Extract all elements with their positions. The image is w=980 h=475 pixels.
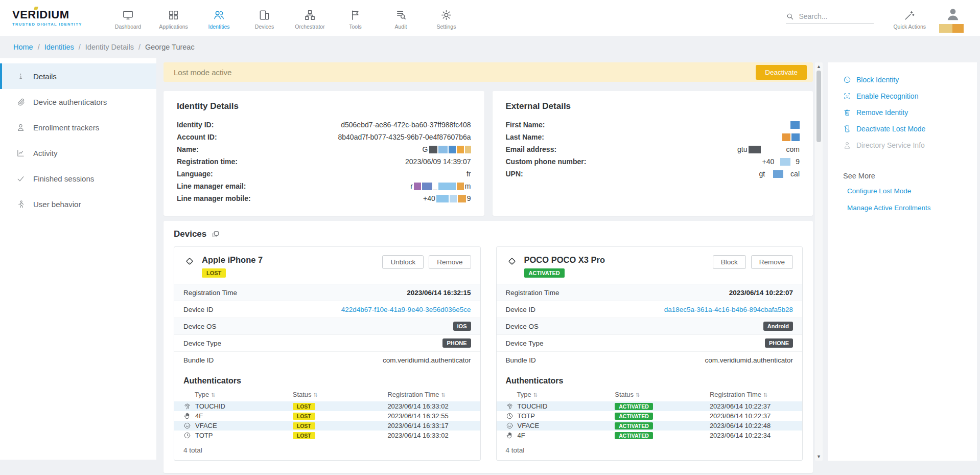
field-row: Line manager mobile: +409 — [177, 192, 471, 205]
copy-icon[interactable] — [212, 230, 220, 238]
user-avatar[interactable] — [945, 6, 966, 31]
clock-icon — [183, 432, 191, 439]
unblock-button[interactable]: Unblock — [382, 255, 424, 269]
deactivate-lost-mode-action[interactable]: Deactivate Lost Mode — [828, 121, 977, 137]
hand-icon — [183, 412, 191, 420]
person-outline-icon — [16, 123, 25, 132]
device-card-apple-iphone-7: Apple iPhone 7 LOST Unblock Remove Regis… — [174, 246, 481, 461]
nav-item-audit[interactable]: Audit — [378, 6, 424, 30]
email-address-redacted: gtucom — [737, 145, 800, 153]
device-header: POCO POCO X3 Pro ACTIVATED Block Remove — [497, 253, 803, 278]
auth-time: 2023/06/14 16:33:17 — [387, 422, 471, 429]
sidebar-item-device-authenticators[interactable]: Device authenticators — [0, 89, 156, 115]
deactivate-button[interactable]: Deactivate — [756, 65, 807, 80]
block-button[interactable]: Block — [713, 255, 746, 269]
field-row: Registration time: 2023/06/09 14:39:07 — [177, 155, 471, 168]
hand-icon — [506, 432, 514, 439]
auth-col-status[interactable]: Status⇅ — [615, 391, 710, 398]
check-icon — [16, 174, 25, 183]
field-row: Device OS iOS — [174, 318, 480, 334]
scroll-up-icon[interactable]: ▲ — [815, 62, 823, 71]
authenticators-title: Authenticators — [497, 368, 803, 391]
device-id-link[interactable]: da18ec5a-361a-4c16-b4b6-894cbafa5b28 — [664, 306, 793, 313]
nav-item-dashboard[interactable]: Dashboard — [105, 6, 151, 30]
field-row: Email address: gtucom — [506, 143, 800, 155]
nav-item-orchestrator[interactable]: Orchestrator — [287, 6, 333, 30]
field-row: Registration Time 2023/06/14 10:22:07 — [497, 284, 803, 301]
breadcrumb-home[interactable]: Home — [13, 43, 33, 51]
nav-item-settings[interactable]: Settings — [424, 6, 469, 30]
remove-button[interactable]: Remove — [429, 255, 471, 269]
lost-mode-banner: Lost mode active Deactivate — [164, 62, 813, 82]
custom-phone-redacted: +409 — [762, 157, 800, 166]
chart-icon — [16, 149, 25, 157]
sort-icon: ⇅ — [314, 392, 318, 398]
nav-item-identities[interactable]: Identities — [196, 6, 242, 30]
sidebar-item-user-behavior[interactable]: User behavior — [0, 191, 156, 217]
field-label: Device Type — [506, 340, 544, 347]
nav-item-applications[interactable]: Applications — [151, 6, 196, 30]
manage-active-enrollments-link[interactable]: Manage Active Enrollments — [828, 204, 977, 212]
device-os-badge: iOS — [453, 322, 471, 331]
sidebar-item-finished-sessions[interactable]: Finished sessions — [0, 166, 156, 191]
search-input[interactable] — [799, 12, 866, 20]
field-label: Custom phone number: — [506, 157, 587, 166]
remove-identity-action[interactable]: Remove Identity — [828, 104, 977, 121]
identity-details-card: Identity Details Identity ID: d506ebd7-a… — [164, 91, 484, 216]
field-label: Registration Time — [506, 289, 559, 297]
enable-recognition-action[interactable]: Enable Recognition — [828, 88, 977, 104]
sidebar-item-activity[interactable]: Activity — [0, 140, 156, 166]
authenticators-rows: TOUCHID ACTIVATED 2023/06/14 10:22:37 TO… — [497, 401, 803, 440]
auth-col-status[interactable]: Status⇅ — [293, 391, 388, 398]
sort-icon: ⇅ — [636, 392, 640, 398]
veridium-logo[interactable]: VERIDIUM TRUSTED DIGITAL IDENTITY — [12, 9, 98, 27]
action-label: Enable Recognition — [856, 92, 918, 100]
devices-section: Devices Apple iPhone 7 LOST Unblock Rem — [164, 221, 813, 473]
device-icon — [183, 255, 196, 267]
auth-status-badge: ACTIVATED — [615, 413, 653, 420]
field-label: Email address: — [506, 145, 557, 153]
breadcrumb-separator: / — [79, 43, 81, 51]
phone-slash-icon — [843, 125, 851, 133]
sort-icon: ⇅ — [763, 392, 767, 398]
device-fields: Registration Time 2023/06/14 16:32:15 De… — [174, 284, 480, 368]
scrollbar-thumb[interactable] — [816, 71, 821, 142]
sidebar-item-enrollment-trackers[interactable]: Enrollment trackers — [0, 115, 156, 140]
field-label: Account ID: — [177, 133, 217, 141]
breadcrumb-identities[interactable]: Identities — [44, 43, 74, 51]
scrollbar[interactable]: ▲ ▼ — [815, 62, 823, 461]
nav-item-tools[interactable]: Tools — [333, 6, 378, 30]
nav-label: Applications — [159, 24, 188, 30]
auth-col-type[interactable]: Type⇅ — [183, 391, 293, 398]
trash-icon — [843, 108, 851, 117]
nav-label: Dashboard — [115, 24, 141, 30]
field-row: Name: G — [177, 143, 471, 155]
field-label: Bundle ID — [506, 356, 536, 364]
field-row: UPN: gtcal — [506, 168, 800, 180]
device-id-link[interactable]: 422d4b67-f10e-41a9-9e40-3e56d036e5ce — [341, 306, 471, 313]
nav-item-devices[interactable]: Devices — [242, 6, 287, 30]
top-nav: Dashboard Applications Identities Device… — [105, 6, 469, 30]
auth-col-type[interactable]: Type⇅ — [506, 391, 615, 398]
upn-redacted: gtcal — [759, 170, 800, 178]
authenticators-table-header: Type⇅ Status⇅ Registration Time⇅ — [497, 391, 803, 401]
authenticator-row: TOUCHID ACTIVATED 2023/06/14 10:22:37 — [497, 401, 803, 411]
configure-lost-mode-link[interactable]: Configure Lost Mode — [828, 187, 977, 195]
field-label: Language: — [177, 170, 213, 178]
remove-button[interactable]: Remove — [751, 255, 793, 269]
redacted-username — [939, 24, 964, 33]
action-label: Directory Service Info — [856, 141, 925, 149]
scroll-down-icon[interactable]: ▼ — [815, 453, 823, 461]
action-label: Block Identity — [856, 76, 899, 84]
auth-col-registration-time[interactable]: Registration Time⇅ — [710, 391, 793, 398]
block-identity-action[interactable]: Block Identity — [828, 72, 977, 88]
quick-actions-button[interactable]: Quick Actions — [893, 7, 926, 30]
auth-time: 2023/06/14 16:32:55 — [387, 412, 471, 420]
breadcrumb-separator: / — [38, 43, 40, 51]
device-header: Apple iPhone 7 LOST Unblock Remove — [174, 253, 480, 278]
authenticators-rows: TOUCHID LOST 2023/06/14 16:33:02 4F LOST… — [174, 401, 480, 440]
account-id-value: 8b40ad7f-b077-4325-96b7-0e4f87607b6a — [338, 133, 471, 141]
audit-icon — [395, 9, 407, 21]
auth-col-registration-time[interactable]: Registration Time⇅ — [387, 391, 471, 398]
sidebar-item-details[interactable]: Details — [0, 63, 156, 89]
